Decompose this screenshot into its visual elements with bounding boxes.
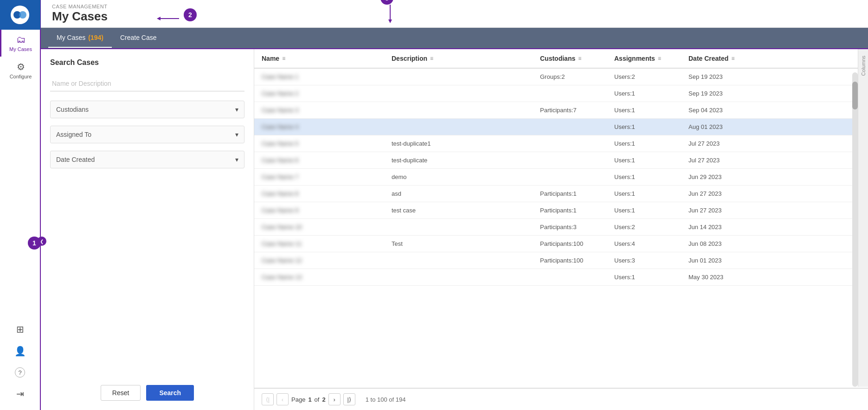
main-content: CASE MANAGEMENT My Cases 2 My Cases (194… <box>41 0 868 410</box>
cell-description-8: test case <box>392 207 540 214</box>
cell-custodians-7: Participants:1 <box>540 190 614 197</box>
scrollbar-track <box>852 72 858 387</box>
cell-assignments-8: Users:1 <box>614 207 688 214</box>
tab-my-cases[interactable]: My Cases (194) <box>48 28 112 48</box>
table-row[interactable]: Case Name 7 demo Users:1 Jun 29 2023 <box>254 169 868 186</box>
sidebar-item-configure[interactable]: ⚙ Configure <box>0 57 40 84</box>
cell-custodians-11: Participants:100 <box>540 257 614 264</box>
sidebar-item-my-cases[interactable]: 🗂 My Cases <box>0 30 40 57</box>
logo-icon <box>11 6 29 24</box>
table-area: Name ≡ Description ≡ Custodians ≡ Assign… <box>254 49 868 410</box>
assigned-to-dropdown[interactable]: Assigned To ▾ <box>50 126 244 143</box>
cell-description-6: demo <box>392 173 540 180</box>
name-sort-icon[interactable]: ≡ <box>282 55 285 62</box>
col-header-custodians: Custodians ≡ <box>540 55 614 62</box>
sidebar-item-apps[interactable]: ⊞ <box>0 319 40 341</box>
table-row[interactable]: Case Name 12 Participants:100 Users:3 Ju… <box>254 252 868 269</box>
table-body: Case Name 1 Groups:2 Users:2 Sep 19 2023… <box>254 69 868 388</box>
cell-date-2: Sep 04 2023 <box>688 107 772 114</box>
table-row[interactable]: Case Name 9 test case Participants:1 Use… <box>254 202 868 219</box>
svg-marker-3 <box>157 17 161 20</box>
cell-name-9: Case Name 10 <box>262 224 392 231</box>
gear-icon: ⚙ <box>17 61 25 72</box>
table-row[interactable]: Case Name 11 Test Participants:100 Users… <box>254 236 868 252</box>
first-page-button[interactable]: ⟨| <box>262 393 274 405</box>
search-name-input[interactable] <box>50 76 244 91</box>
logout-icon: ⇥ <box>16 388 24 399</box>
custodians-label: Custodians <box>56 106 89 113</box>
cell-name-7: Case Name 8 <box>262 190 392 197</box>
cell-date-12: May 30 2023 <box>688 274 772 281</box>
search-panel: Search Cases Custodians ▾ Assigned To ▾ … <box>41 49 254 410</box>
current-page: 1 <box>308 396 311 403</box>
columns-label[interactable]: Columns <box>861 56 866 76</box>
columns-toggle-header <box>772 55 781 62</box>
scrollbar-thumb[interactable] <box>852 82 858 109</box>
columns-side: Columns <box>858 49 868 387</box>
assignments-sort-icon[interactable]: ≡ <box>658 55 661 62</box>
tab-create-case[interactable]: Create Case <box>112 28 165 48</box>
cell-assignments-0: Users:2 <box>614 73 688 80</box>
cell-custodians-8: Participants:1 <box>540 207 614 214</box>
svg-point-1 <box>19 11 26 19</box>
cell-custodians-0: Groups:2 <box>540 73 614 80</box>
breadcrumb: CASE MANAGEMENT <box>52 4 857 9</box>
next-page-button[interactable]: › <box>328 393 341 405</box>
description-sort-icon[interactable]: ≡ <box>430 55 433 62</box>
table-row[interactable]: Case Name 8 asd Participants:1 Users:1 J… <box>254 186 868 202</box>
table-row[interactable]: Case Name 13 Users:1 May 30 2023 <box>254 269 868 286</box>
sidebar-item-logout[interactable]: ⇥ <box>0 384 40 405</box>
cell-assignments-2: Users:1 <box>614 107 688 114</box>
pagination: ⟨| ‹ Page 1 of 2 › |⟩ 1 to 100 of 194 <box>254 388 868 410</box>
header: CASE MANAGEMENT My Cases 2 <box>41 0 868 28</box>
cell-date-0: Sep 19 2023 <box>688 73 772 80</box>
cell-name-5: Case Name 6 <box>262 157 392 164</box>
custodians-chevron-icon: ▾ <box>235 106 238 113</box>
col-header-description: Description ≡ <box>392 55 540 62</box>
cell-name-10: Case Name 11 <box>262 240 392 247</box>
col-header-date-created: Date Created ≡ <box>688 55 772 62</box>
page-label: Page <box>291 396 305 403</box>
cell-description-5: test-duplicate <box>392 157 540 164</box>
date-created-dropdown[interactable]: Date Created ▾ <box>50 151 244 168</box>
table-row[interactable]: Case Name 3 Participants:7 Users:1 Sep 0… <box>254 102 868 119</box>
table-row[interactable]: Case Name 5 test-duplicate1 Users:1 Jul … <box>254 135 868 152</box>
custodians-sort-icon[interactable]: ≡ <box>578 55 581 62</box>
reset-button[interactable]: Reset <box>101 385 141 401</box>
last-page-button[interactable]: |⟩ <box>343 393 355 405</box>
total-pages: 2 <box>322 396 325 403</box>
cell-name-8: Case Name 9 <box>262 207 392 214</box>
assigned-to-chevron-icon: ▾ <box>235 131 238 138</box>
table-header: Name ≡ Description ≡ Custodians ≡ Assign… <box>254 49 868 69</box>
pagination-range: 1 to 100 of 194 <box>366 396 406 403</box>
cell-date-4: Jul 27 2023 <box>688 140 772 147</box>
search-panel-title: Search Cases <box>50 58 244 67</box>
cell-name-3: Case Name 4 <box>262 123 392 130</box>
table-row[interactable]: Case Name 6 test-duplicate Users:1 Jul 2… <box>254 152 868 169</box>
assigned-to-label: Assigned To <box>56 131 91 138</box>
sidebar-item-user[interactable]: 👤 <box>0 341 40 363</box>
cell-custodians-2: Participants:7 <box>540 107 614 114</box>
sidebar-item-help[interactable]: ? <box>0 363 40 384</box>
date-sort-icon[interactable]: ≡ <box>731 55 734 62</box>
cell-custodians-10: Participants:100 <box>540 240 614 247</box>
table-row[interactable]: Case Name 2 Users:1 Sep 19 2023 <box>254 85 868 102</box>
cell-date-7: Jun 27 2023 <box>688 190 772 197</box>
custodians-dropdown[interactable]: Custodians ▾ <box>50 101 244 118</box>
search-button[interactable]: Search <box>146 385 194 401</box>
tab-create-case-label: Create Case <box>120 34 157 41</box>
cell-assignments-6: Users:1 <box>614 173 688 180</box>
of-label: of <box>315 396 320 403</box>
table-row[interactable]: Case Name 4 Users:1 Aug 01 2023 <box>254 119 868 135</box>
cell-name-12: Case Name 13 <box>262 274 392 281</box>
cell-custodians-9: Participants:3 <box>540 224 614 231</box>
table-row[interactable]: Case Name 1 Groups:2 Users:2 Sep 19 2023 <box>254 69 868 85</box>
prev-page-button[interactable]: ‹ <box>276 393 289 405</box>
sidebar: 🗂 My Cases ⚙ Configure ⊞ 👤 ? ⇥ ❮ 1 <box>0 0 41 410</box>
cell-date-8: Jun 27 2023 <box>688 207 772 214</box>
cell-name-6: Case Name 7 <box>262 173 392 180</box>
cell-description-7: asd <box>392 190 540 197</box>
sidebar-item-label-configure: Configure <box>10 74 32 79</box>
table-row[interactable]: Case Name 10 Participants:3 Users:2 Jun … <box>254 219 868 236</box>
body-area: Search Cases Custodians ▾ Assigned To ▾ … <box>41 49 868 410</box>
